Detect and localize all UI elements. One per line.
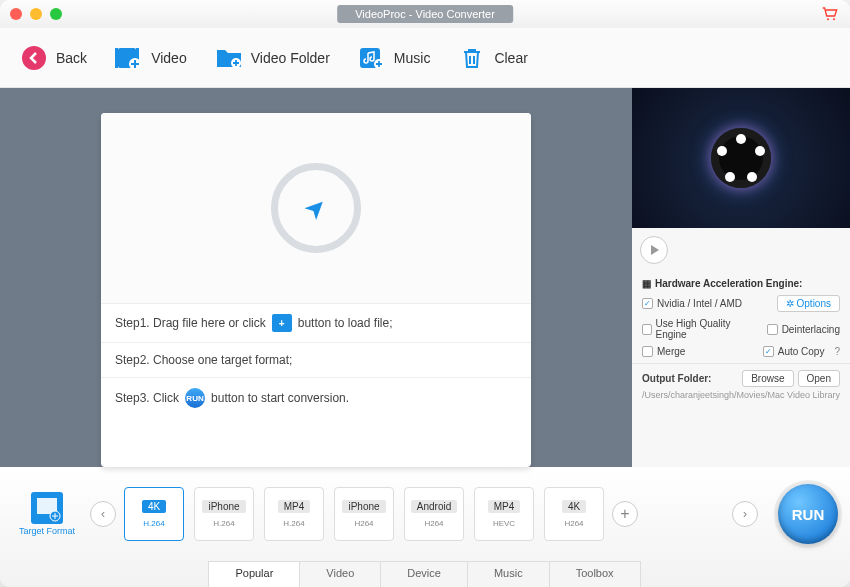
output-label: Output Folder: [642,373,711,384]
music-label: Music [394,50,431,66]
cart-icon[interactable] [822,7,838,21]
add-folder-button[interactable]: Video Folder [215,45,330,71]
browse-button[interactable]: Browse [742,370,793,387]
play-button[interactable] [640,236,668,264]
video-label: Video [151,50,187,66]
preset-item[interactable]: iPhoneH264 [334,487,394,541]
target-format-icon [31,492,63,524]
window-controls [10,8,62,20]
instruction-card: ➤ Step1. Drag file here or click + butto… [101,113,531,467]
merge-checkbox[interactable]: Merge [642,346,685,357]
stage: ➤ Step1. Drag file here or click + butto… [0,88,632,467]
options-panel: ▦ Hardware Acceleration Engine: ✓Nvidia … [632,272,850,363]
step-3: Step3. Click RUN button to start convers… [101,377,531,418]
video-icon [115,45,143,71]
music-icon [358,45,386,71]
preset-item[interactable]: 4KH.264 [124,487,184,541]
close-window[interactable] [10,8,22,20]
reel-icon [711,128,771,188]
add-preset[interactable]: + [612,501,638,527]
folder-label: Video Folder [251,50,330,66]
steps: Step1. Drag file here or click + button … [101,303,531,418]
mini-video-icon: + [272,314,292,332]
gear-icon: ✲ [786,298,794,309]
mini-run-icon: RUN [185,388,205,408]
preset-list: 4KH.264iPhoneH.264MP4H.264iPhoneH264Andr… [124,487,604,541]
add-music-button[interactable]: Music [358,45,431,71]
autocopy-checkbox[interactable]: ✓Auto Copy [763,346,825,357]
main-area: ➤ Step1. Drag file here or click + butto… [0,88,850,467]
window-title: VideoProc - Video Converter [337,5,513,23]
step-1: Step1. Drag file here or click + button … [101,303,531,342]
output-folder: Output Folder: Browse Open /Users/charan… [632,363,850,406]
toolbar: Back Video Video Folder Music Clear [0,28,850,88]
output-path: /Users/charanjeetsingh/Movies/Mac Video … [642,390,840,400]
run-button[interactable]: RUN [778,484,838,544]
tab-video[interactable]: Video [299,561,381,587]
arrow-icon: ➤ [297,189,334,226]
add-video-button[interactable]: Video [115,45,187,71]
preview-area [632,88,850,228]
side-panel: ▦ Hardware Acceleration Engine: ✓Nvidia … [632,88,850,467]
svg-rect-4 [115,48,118,68]
folder-icon [215,45,243,71]
clear-button[interactable]: Clear [458,45,527,71]
minimize-window[interactable] [30,8,42,20]
tab-device[interactable]: Device [380,561,468,587]
app-window: VideoProc - Video Converter Back Video V… [0,0,850,587]
tab-music[interactable]: Music [467,561,550,587]
help-icon[interactable]: ? [834,346,840,357]
svg-point-0 [827,18,829,20]
chip-icon: ▦ [642,278,651,289]
format-strip: Target Format ‹ 4KH.264iPhoneH.264MP4H.2… [0,467,850,561]
back-button[interactable]: Back [20,45,87,71]
target-format[interactable]: Target Format [12,492,82,536]
category-tabs: PopularVideoDeviceMusicToolbox [0,561,850,587]
preset-item[interactable]: AndroidH264 [404,487,464,541]
deinterlace-checkbox[interactable]: Deinterlacing [767,324,840,335]
scroll-left[interactable]: ‹ [90,501,116,527]
hq-checkbox[interactable]: Use High Quality Engine [642,318,747,340]
titlebar: VideoProc - Video Converter [0,0,850,28]
preset-item[interactable]: iPhoneH.264 [194,487,254,541]
preset-item[interactable]: MP4HEVC [474,487,534,541]
svg-point-1 [833,18,835,20]
options-button[interactable]: ✲ Options [777,295,840,312]
tab-popular[interactable]: Popular [208,561,300,587]
clear-label: Clear [494,50,527,66]
drop-zone[interactable]: ➤ [101,113,531,303]
drop-ring: ➤ [271,163,361,253]
bottom-bar: Target Format ‹ 4KH.264iPhoneH.264MP4H.2… [0,467,850,587]
hw-accel-title: ▦ Hardware Acceleration Engine: [642,278,840,289]
hw-vendor-checkbox[interactable]: ✓Nvidia / Intel / AMD [642,298,742,309]
open-button[interactable]: Open [798,370,840,387]
tab-toolbox[interactable]: Toolbox [549,561,641,587]
back-label: Back [56,50,87,66]
trash-icon [458,45,486,71]
step-2: Step2. Choose one target format; [101,342,531,377]
scroll-right[interactable]: › [732,501,758,527]
back-icon [20,45,48,71]
svg-point-2 [22,46,46,70]
preset-item[interactable]: MP4H.264 [264,487,324,541]
preset-item[interactable]: 4KH264 [544,487,604,541]
maximize-window[interactable] [50,8,62,20]
